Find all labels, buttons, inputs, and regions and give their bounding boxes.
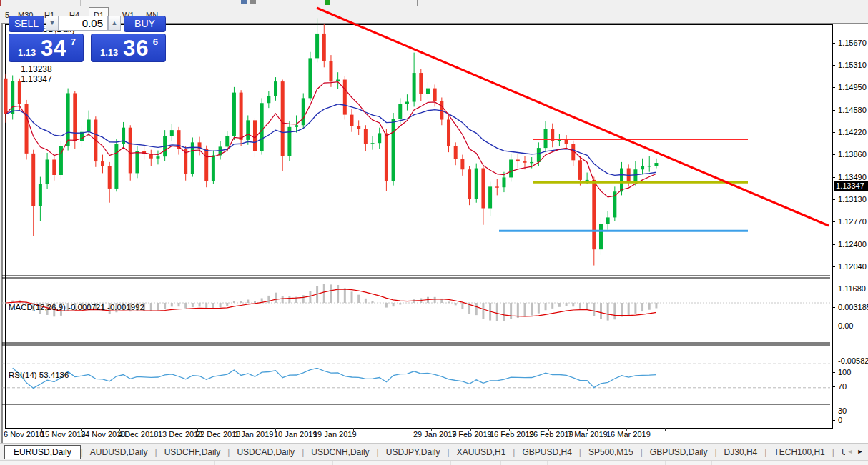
tab-scroll-left-icon[interactable]: ◄	[845, 445, 855, 458]
price-axis-label: 1.15310	[838, 61, 868, 69]
sell-button[interactable]: SELL	[9, 16, 44, 32]
sell-price-prefix: 1.13	[18, 47, 36, 58]
axis-tick	[832, 110, 835, 111]
axis-tick	[353, 428, 354, 431]
price-axis-label: 1.14950	[838, 83, 868, 91]
chart-tab-sp500-m15[interactable]: SP500,M15	[581, 446, 641, 459]
chart-tab-xauusd-h1[interactable]: XAUUSD,H1	[450, 446, 513, 459]
date-axis-label: 7 Feb 2019	[452, 430, 492, 439]
price-axis-label: 1.12040	[838, 262, 868, 271]
buy-button[interactable]: BUY	[124, 16, 166, 32]
buy-price-prefix: 1.13	[100, 47, 118, 58]
axis-tick	[832, 132, 835, 133]
price-axis-label: 1.14220	[838, 128, 868, 136]
chart-tab-usdcnh-daily[interactable]: USDCNH,Daily	[304, 446, 376, 459]
price-axis-label: 1.11680	[838, 284, 868, 293]
tab-scroll-buttons: ◄ ►	[845, 444, 867, 459]
sell-price-pip: 7	[71, 36, 76, 47]
strip-divider	[332, 461, 333, 465]
chart-tab-dj30-h4[interactable]: DJ30,H4	[717, 446, 765, 459]
trading-platform-window: 5M30H1H4D1W1MN ▲ EURUSD,Daily 1.13366 1.…	[0, 0, 868, 465]
strip-divider	[450, 461, 451, 465]
chart-tab-usdcad-daily[interactable]: USDCAD,Daily	[230, 446, 302, 459]
axis-tick	[315, 428, 315, 431]
axis-tick	[41, 428, 42, 431]
date-axis-label: 26 Feb 2019	[529, 430, 573, 439]
axis-tick	[832, 372, 835, 373]
chart-tab-bar: EURUSD,Daily|AUDUSD,Daily|USDCHF,Daily|U…	[0, 443, 868, 460]
buy-price-pip: 6	[153, 36, 158, 47]
price-axis-label: 1.13860	[838, 150, 868, 159]
axis-tick	[81, 428, 82, 431]
price-axis-label: 1.12770	[838, 217, 868, 226]
axis-tick	[509, 428, 510, 431]
strip-divider	[547, 461, 548, 465]
axis-tick	[587, 428, 588, 431]
current-price-tag: 1.13347	[834, 181, 868, 191]
axis-tick	[237, 428, 237, 431]
date-axis-label: 16 Mar 2019	[606, 430, 651, 439]
macd-axis-label: 0.003185	[838, 303, 868, 311]
strip-divider	[665, 461, 666, 465]
axis-tick	[832, 154, 835, 155]
date-axis-label: 15 Nov 2018	[41, 430, 85, 439]
axis-tick	[626, 428, 627, 431]
axis-tick	[470, 428, 471, 431]
axis-tick	[393, 428, 393, 431]
axis-tick	[197, 428, 198, 431]
buy-price-big: 36	[123, 36, 149, 61]
date-axis-label: 16 Feb 2019	[490, 430, 534, 439]
date-axis-label: 7 Mar 2019	[568, 430, 608, 439]
axis-tick	[832, 244, 835, 245]
macd-axis-label: 0.00	[838, 321, 868, 330]
price-axis-label: 1.15670	[838, 39, 868, 47]
strip-divider	[500, 461, 501, 465]
macd-indicator-label: MACD(12,26,9) -0.000721 -0.001992	[9, 303, 144, 311]
rsi-axis-label: 70	[838, 382, 868, 391]
chart-tab-gbpusd-h4[interactable]: GBPUSD,H4	[515, 446, 578, 459]
status-strip	[0, 460, 868, 465]
macd-axis-label: -0.005827	[838, 356, 868, 365]
price-axis-label: 1.14580	[838, 106, 868, 114]
axis-tick	[832, 43, 835, 44]
date-axis-label: 19 Jan 2019	[313, 430, 357, 439]
ohlc-close: 1.13347	[21, 74, 51, 84]
chart-tab-audusd-daily[interactable]: AUDUSD,Daily	[83, 446, 155, 459]
chart-tab-tech100-h1[interactable]: TECH100,H1	[766, 446, 832, 459]
ohlc-low: 1.13238	[21, 64, 51, 74]
rsi-indicator-label: RSI(14) 53.4136	[9, 371, 69, 379]
axis-tick	[832, 420, 835, 421]
price-axis-label: 1.12400	[838, 240, 868, 249]
axis-tick	[832, 65, 835, 66]
volume-decrease-button[interactable]: ▼	[46, 16, 59, 31]
axis-tick	[832, 289, 835, 289]
sell-price-button[interactable]: 1.13 34 7	[9, 34, 84, 62]
axis-tick	[431, 428, 432, 431]
rsi-axis-label: 100	[838, 368, 868, 376]
tab-scroll-right-icon[interactable]: ►	[855, 445, 865, 458]
date-axis-label: 4 Dec 2018	[118, 430, 158, 439]
rsi-axis-label: 30	[838, 406, 868, 415]
axis-tick	[119, 428, 120, 431]
strip-divider	[214, 461, 215, 465]
axis-tick	[832, 326, 835, 326]
chart-tab-gbpusd-daily[interactable]: GBPUSD,Daily	[643, 446, 715, 459]
chart-tab-usdjpy-daily[interactable]: USDJPY,Daily	[379, 446, 448, 459]
axis-tick	[665, 428, 666, 431]
volume-input[interactable]: 0.05	[58, 16, 108, 31]
axis-tick	[832, 307, 835, 308]
axis-tick	[275, 428, 276, 431]
buy-price-button[interactable]: 1.13 36 6	[91, 34, 166, 62]
axis-tick	[832, 411, 835, 411]
axis-tick	[159, 428, 159, 431]
axis-tick	[832, 177, 835, 178]
date-axis-label: 6 Nov 2018	[4, 430, 44, 439]
chart-tab-eurusd-daily[interactable]: EURUSD,Daily	[4, 445, 81, 459]
axis-tick	[832, 386, 835, 387]
volume-increase-button[interactable]: ▲	[108, 16, 121, 31]
date-axis-label: 1 Jan 2019	[235, 430, 273, 439]
chart-tab-usdchf-daily[interactable]: USDCHF,Daily	[157, 446, 228, 459]
one-click-trading-panel: SELL ▼ 0.05 ▲ BUY 1.13 34 7 1.13 36 6	[7, 16, 166, 61]
axis-tick	[832, 361, 835, 361]
date-axis-label: 10 Jan 2019	[274, 430, 317, 439]
